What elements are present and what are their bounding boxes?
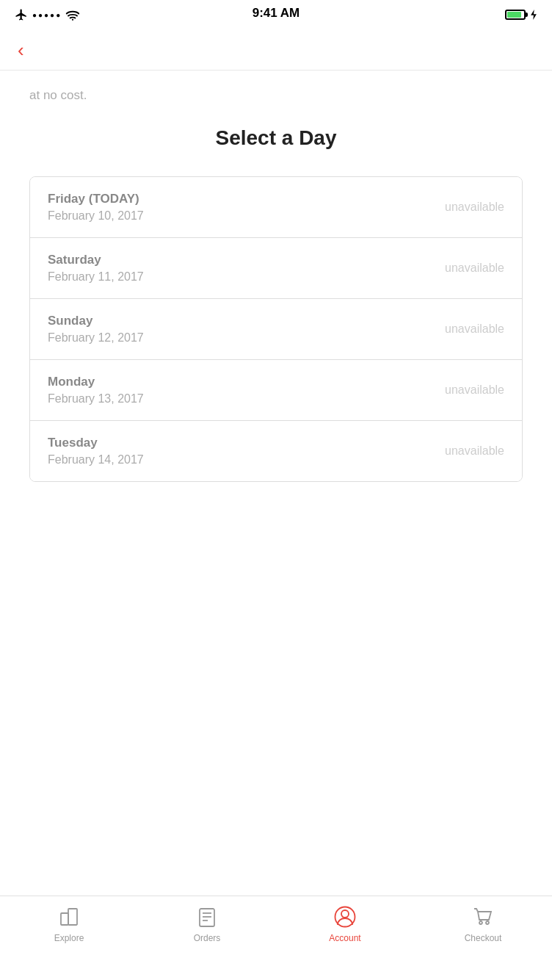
day-name: Saturday [48,253,144,267]
day-status: unavailable [445,323,504,336]
back-button[interactable]: ‹ [12,35,30,65]
tab-icon-explore [57,905,81,929]
day-info: Saturday February 11, 2017 [48,253,144,284]
wifi-icon [66,10,79,20]
day-item[interactable]: Tuesday February 14, 2017 unavailable [30,421,522,481]
status-bar: ●●●●● 9:41 AM [0,0,552,29]
status-time: 9:41 AM [253,6,300,21]
svg-point-8 [341,910,349,918]
tab-item-account[interactable]: Account [276,905,414,943]
main-content: at no cost. Select a Day Friday (TODAY) … [0,71,552,896]
orders-icon [196,906,218,928]
svg-point-0 [72,19,73,21]
page-title: Select a Day [0,103,552,176]
day-name: Friday (TODAY) [48,192,144,206]
svg-rect-3 [68,909,77,925]
day-info: Tuesday February 14, 2017 [48,436,144,466]
day-status: unavailable [445,201,504,214]
tab-icon-orders [195,905,219,929]
day-item[interactable]: Friday (TODAY) February 10, 2017 unavail… [30,177,522,238]
day-name: Sunday [48,314,144,328]
day-item[interactable]: Saturday February 11, 2017 unavailable [30,238,522,299]
day-status: unavailable [445,262,504,275]
tab-icon-account [333,905,357,929]
day-name: Monday [48,375,144,389]
day-item[interactable]: Sunday February 12, 2017 unavailable [30,299,522,360]
day-info: Sunday February 12, 2017 [48,314,144,345]
tab-icon-checkout [471,905,495,929]
day-date: February 12, 2017 [48,331,144,345]
battery-icon [505,10,526,20]
partial-text: at no cost. [0,71,552,103]
tab-label-checkout: Checkout [465,933,502,943]
day-date: February 10, 2017 [48,209,144,223]
tab-item-orders[interactable]: Orders [138,905,276,943]
tab-item-checkout[interactable]: Checkout [414,905,552,943]
signal-dots: ●●●●● [32,11,62,19]
status-right [505,10,537,20]
day-date: February 11, 2017 [48,270,144,284]
tab-item-explore[interactable]: Explore [0,905,138,943]
day-info: Monday February 13, 2017 [48,375,144,406]
day-status: unavailable [445,383,504,397]
tab-label-account: Account [329,933,360,943]
status-left: ●●●●● [15,8,79,21]
airplane-icon [15,8,28,21]
svg-marker-1 [531,10,537,20]
tab-label-explore: Explore [54,933,84,943]
svg-point-10 [479,921,482,924]
charging-icon [530,10,537,20]
day-name: Tuesday [48,436,144,450]
day-info: Friday (TODAY) February 10, 2017 [48,192,144,223]
svg-rect-4 [200,909,214,926]
nav-header: ‹ [0,29,552,71]
day-item[interactable]: Monday February 13, 2017 unavailable [30,360,522,421]
day-date: February 13, 2017 [48,392,144,406]
day-date: February 14, 2017 [48,453,144,466]
tab-bar: Explore Orders Account [0,896,552,980]
tab-label-orders: Orders [194,933,221,943]
explore-icon [58,906,80,928]
day-list: Friday (TODAY) February 10, 2017 unavail… [29,176,523,482]
account-icon [334,906,356,928]
checkout-icon [472,906,494,928]
svg-point-11 [486,921,489,924]
day-status: unavailable [445,444,504,458]
svg-rect-2 [61,913,68,925]
